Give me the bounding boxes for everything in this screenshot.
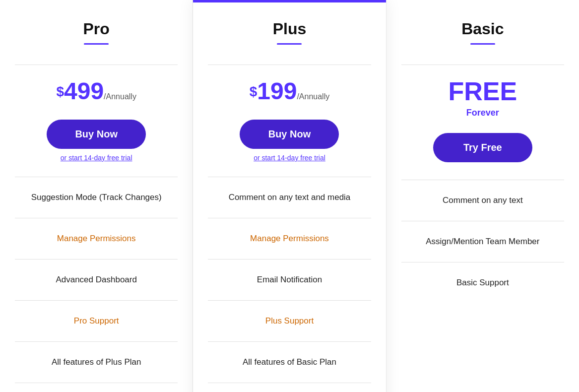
plan-basic-divider-3	[401, 262, 564, 262]
plan-pro-feature-3: Pro Support	[15, 308, 178, 334]
plan-plus-underline	[277, 43, 302, 45]
plan-basic-free: FREE	[448, 77, 517, 106]
plan-pro-divider-2	[15, 218, 178, 218]
plan-pro-feature-2: Advanced Dashboard	[15, 267, 178, 293]
plan-plus: Plus $199/Annually Buy Now or start 14-d…	[193, 0, 386, 392]
plan-pro-trial-link[interactable]: or start 14-day free trial	[61, 154, 132, 162]
plan-pro-feature-1: Manage Permissions	[15, 226, 178, 252]
plan-pro-divider-1	[15, 177, 178, 177]
plan-pro-divider-6	[15, 383, 178, 383]
plan-plus-dollar: $	[250, 84, 257, 99]
plan-pro-feature-4: All features of Plus Plan	[15, 349, 178, 375]
plan-plus-divider-6	[208, 383, 371, 383]
plan-pro-divider-4	[15, 300, 178, 301]
plan-plus-divider-top	[208, 65, 371, 65]
plan-basic-try-button[interactable]: Try Free	[433, 133, 532, 162]
plan-pro-amount: 499	[64, 78, 104, 104]
plan-plus-top-bar	[193, 0, 386, 2]
plan-plus-divider-3	[208, 259, 371, 260]
plan-basic-title: Basic	[461, 20, 504, 38]
plan-plus-feature-0: Comment on any text and media	[208, 185, 371, 210]
plan-plus-feature-4: All features of Basic Plan	[208, 349, 371, 375]
plan-basic-forever: Forever	[448, 108, 517, 118]
plan-pro-dollar: $	[56, 84, 64, 99]
plan-basic: Basic FREE Forever Try Free Comment on a…	[386, 0, 579, 392]
plan-pro-price-block: $499/Annually	[56, 77, 136, 105]
plan-pro-divider-3	[15, 259, 178, 260]
plan-plus-feature-3: Plus Support	[208, 308, 371, 334]
plan-pro-buy-button[interactable]: Buy Now	[47, 120, 146, 149]
plan-basic-divider-2	[401, 221, 564, 221]
plan-plus-amount: 199	[257, 78, 297, 104]
plan-plus-title: Plus	[273, 20, 307, 38]
plan-plus-period: /Annually	[297, 92, 329, 101]
plan-pro-feature-0: Suggestion Mode (Track Changes)	[15, 185, 178, 210]
plan-basic-underline	[470, 43, 495, 45]
plan-basic-price-block: FREE Forever	[448, 77, 517, 118]
plan-pro-period: /Annually	[104, 92, 136, 101]
pricing-container: Pro $499/Annually Buy Now or start 14-da…	[0, 0, 579, 392]
plan-pro: Pro $499/Annually Buy Now or start 14-da…	[0, 0, 193, 392]
plan-plus-buy-button[interactable]: Buy Now	[240, 120, 339, 149]
plan-plus-divider-4	[208, 300, 371, 301]
plan-basic-divider-1	[401, 180, 564, 180]
plan-pro-underline	[84, 43, 109, 45]
plan-plus-divider-1	[208, 177, 371, 177]
plan-basic-divider-top	[401, 65, 564, 65]
plan-plus-price-block: $199/Annually	[250, 77, 330, 105]
plan-plus-divider-2	[208, 218, 371, 218]
plan-plus-feature-1: Manage Permissions	[208, 226, 371, 252]
plan-pro-title: Pro	[83, 20, 109, 38]
plan-plus-feature-2: Email Notification	[208, 267, 371, 293]
plan-basic-feature-0: Comment on any text	[401, 188, 564, 213]
plan-pro-divider-top	[15, 65, 178, 65]
plan-basic-feature-1: Assign/Mention Team Member	[401, 229, 564, 255]
plan-plus-divider-5	[208, 341, 371, 342]
plan-basic-feature-2: Basic Support	[401, 270, 564, 296]
plan-pro-divider-5	[15, 341, 178, 342]
plan-plus-trial-link[interactable]: or start 14-day free trial	[254, 154, 325, 162]
